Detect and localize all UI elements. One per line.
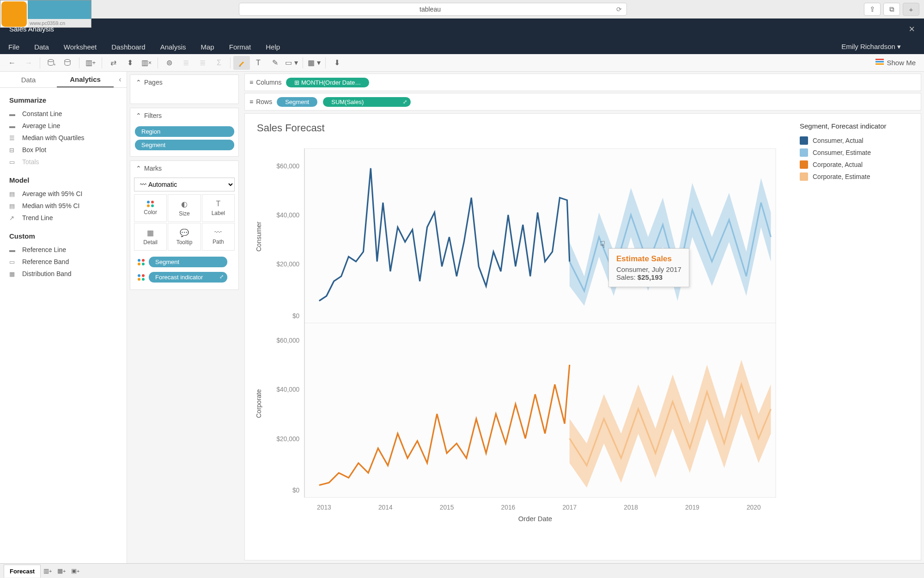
marks-path[interactable]: 〰Path <box>202 223 235 251</box>
columns-shelf[interactable]: ≡Columns ⊞ MONTH(Order Date… <box>244 74 921 91</box>
marks-tooltip[interactable]: 💬Tooltip <box>168 223 201 251</box>
label-icon: T <box>216 200 220 208</box>
logo-badge <box>1 1 27 27</box>
marks-label[interactable]: TLabel <box>202 194 235 222</box>
item-avg-ci[interactable]: ▤Average with 95% CI <box>0 188 127 200</box>
svg-text:$60,000: $60,000 <box>276 162 299 170</box>
sort-button[interactable]: ≣ <box>177 56 194 70</box>
svg-text:2019: 2019 <box>685 504 699 511</box>
menu-file[interactable]: File <box>8 43 19 51</box>
menu-analysis[interactable]: Analysis <box>160 43 186 51</box>
sheet-tab-forecast[interactable]: Forecast <box>4 565 41 578</box>
download-button[interactable]: ⬇ <box>328 56 345 70</box>
legend-item[interactable]: Corporate, Estimate <box>800 171 915 183</box>
svg-text:Order Date: Order Date <box>518 515 553 522</box>
item-constant-line[interactable]: ▬Constant Line <box>0 108 127 120</box>
shelf-title: Rows <box>256 98 272 105</box>
reload-icon[interactable]: ⟳ <box>616 6 622 13</box>
svg-text:$0: $0 <box>292 312 300 320</box>
group-button[interactable]: ⊚ <box>161 56 177 70</box>
color-pill-forecast[interactable]: Forecast indicator⤢ <box>149 272 227 283</box>
back-button[interactable]: ← <box>4 56 20 70</box>
user-menu[interactable]: Emily Richardson ▾ <box>841 43 901 51</box>
rows-pill-sum-sales[interactable]: SUM(Sales)⤢ <box>323 97 411 107</box>
swatch-icon <box>800 136 808 145</box>
menu-data[interactable]: Data <box>34 43 49 51</box>
marks-color[interactable]: Color <box>134 194 167 222</box>
item-box-plot[interactable]: ⊟Box Plot <box>0 144 127 156</box>
svg-text:$40,000: $40,000 <box>276 211 299 219</box>
close-button[interactable]: × <box>909 23 915 35</box>
left-sidebar: Data Analytics ‹ Summarize ▬Constant Lin… <box>0 72 127 563</box>
format-button[interactable]: ✎ <box>267 56 283 70</box>
item-dist-band[interactable]: ▦Distribution Band <box>0 268 127 280</box>
new-sheet-button[interactable]: ▥+ <box>82 56 99 70</box>
sort2-button[interactable]: ≣ <box>194 56 211 70</box>
item-ref-band[interactable]: ▭Reference Band <box>0 256 127 268</box>
sort-asc-button[interactable]: ⬍ <box>122 56 138 70</box>
y-axis-label-consumer: Consumer <box>255 221 262 252</box>
tab-analytics[interactable]: Analytics <box>57 72 114 87</box>
share-button[interactable]: ⇪ <box>864 3 881 16</box>
new-tab-button[interactable]: + <box>903 3 919 16</box>
band-icon: ▭ <box>9 258 18 265</box>
new-story-button[interactable]: ▣+ <box>68 565 82 577</box>
detail-icon: ▦ <box>147 228 154 237</box>
marks-detail[interactable]: ▦Detail <box>134 223 167 251</box>
forward-button[interactable]: → <box>20 56 37 70</box>
menu-format[interactable]: Format <box>229 43 251 51</box>
filters-card: ⌃Filters Region Segment <box>130 108 239 157</box>
rows-shelf[interactable]: ≡Rows Segment SUM(Sales)⤢ <box>244 93 921 111</box>
item-median-ci[interactable]: ▤Median with 95% CI <box>0 200 127 212</box>
cylinder-plus-icon: + <box>47 59 55 67</box>
tabs-button[interactable]: ⧉ <box>883 3 900 16</box>
show-me-button[interactable]: Show Me <box>875 59 920 67</box>
marks-size[interactable]: ◐Size <box>168 194 201 222</box>
item-average-line[interactable]: ▬Average Line <box>0 120 127 132</box>
card-title: Pages <box>144 79 163 86</box>
menu-bar: File Data Worksheet Dashboard Analysis M… <box>0 39 924 54</box>
collapse-sidebar-button[interactable]: ‹ <box>114 72 127 87</box>
clear-sheet-button[interactable]: ▥× <box>138 56 155 70</box>
pill-label: SUM(Sales) <box>331 98 364 105</box>
chart-viz[interactable]: Sales Forecast Consumer Corporate $60,00… <box>250 122 790 552</box>
svg-point-0 <box>48 59 54 61</box>
item-trend-line[interactable]: ↗Trend Line <box>0 212 127 224</box>
legend-item[interactable]: Consumer, Estimate <box>800 147 915 159</box>
menu-map[interactable]: Map <box>201 43 214 51</box>
columns-pill-month[interactable]: ⊞ MONTH(Order Date… <box>286 78 369 87</box>
color-pill-segment[interactable]: Segment <box>149 257 227 267</box>
highlight-button[interactable] <box>233 56 250 70</box>
menu-worksheet[interactable]: Worksheet <box>64 43 97 51</box>
color-dots-icon <box>138 259 145 265</box>
item-median-quartiles[interactable]: ☰Median with Quartiles <box>0 132 127 144</box>
labels-button[interactable]: T <box>250 56 267 70</box>
chart-title: Sales Forecast <box>250 122 790 134</box>
new-datasource-button[interactable]: + <box>43 56 60 70</box>
cell-label: Tooltip <box>176 239 193 246</box>
item-ref-line[interactable]: ▬Reference Line <box>0 244 127 256</box>
filter-pill-region[interactable]: Region <box>135 126 234 137</box>
menu-dashboard[interactable]: Dashboard <box>111 43 145 51</box>
fit-button[interactable]: ▭ ▾ <box>283 56 300 70</box>
svg-text:$20,000: $20,000 <box>276 435 299 443</box>
tab-data[interactable]: Data <box>0 72 57 87</box>
legend-item[interactable]: Consumer, Actual <box>800 135 915 147</box>
rows-pill-segment[interactable]: Segment <box>277 97 317 107</box>
totals-button[interactable]: Σ <box>211 56 227 70</box>
legend-item[interactable]: Corporate, Actual <box>800 159 915 171</box>
filter-pill-segment[interactable]: Segment <box>135 140 234 150</box>
new-worksheet-button[interactable]: ▥+ <box>41 565 55 577</box>
new-dashboard-button[interactable]: ▦+ <box>55 565 68 577</box>
cards-button[interactable]: ▦ ▾ <box>306 56 322 70</box>
legend-label: Corporate, Estimate <box>813 173 870 180</box>
svg-text:2017: 2017 <box>562 504 577 511</box>
menu-help[interactable]: Help <box>266 43 280 51</box>
marks-type-select[interactable]: 〰 Automatic <box>134 178 235 191</box>
url-bar[interactable]: tableau ⟳ <box>239 3 627 16</box>
pause-updates-button[interactable] <box>60 56 76 70</box>
swap-button[interactable]: ⇄ <box>105 56 122 70</box>
tooltip-line1: Consumer, July 2017 <box>616 265 681 273</box>
chart-tooltip: Estimate Sales Consumer, July 2017 Sales… <box>608 248 689 287</box>
columns-icon: ≡ <box>249 79 253 86</box>
